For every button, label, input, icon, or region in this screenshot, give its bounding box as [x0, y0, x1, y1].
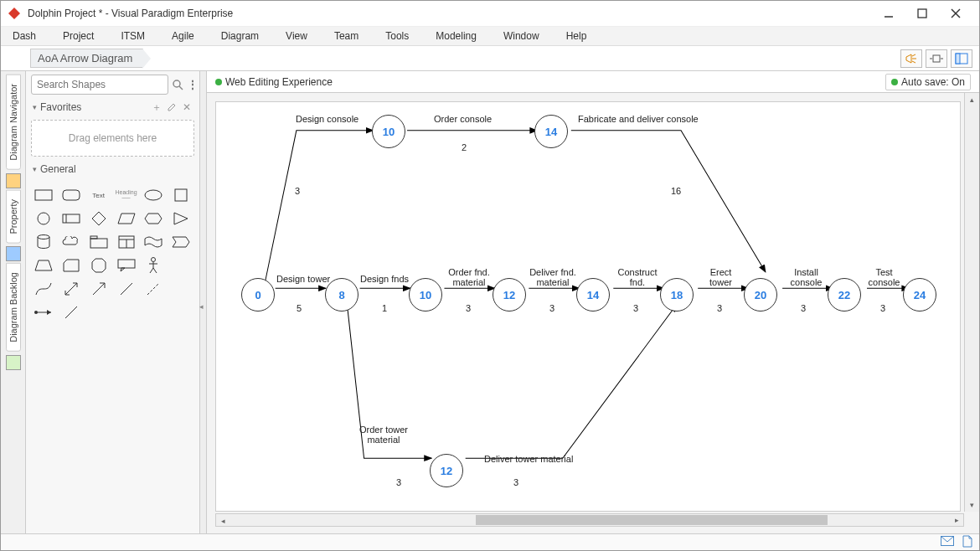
canvas-page[interactable]: 0 8 10 12 14 18 20 22 24 10 14 12 Design…: [215, 101, 961, 512]
shape-cloud-icon[interactable]: [60, 234, 82, 250]
close-favorite-icon[interactable]: ✕: [181, 101, 193, 113]
svg-marker-24: [118, 214, 135, 224]
breadcrumb[interactable]: AoA Arrow Diagram: [30, 49, 143, 68]
shape-simple-line-icon[interactable]: [60, 304, 82, 321]
shape-ellipse-icon[interactable]: [142, 187, 164, 203]
announce-icon[interactable]: [900, 49, 922, 68]
shape-tape-icon[interactable]: [142, 234, 164, 250]
svg-line-47: [147, 283, 159, 295]
side-tab-property[interactable]: Property: [6, 190, 21, 244]
shape-arrow-open-icon[interactable]: [88, 281, 110, 297]
svg-line-42: [150, 268, 153, 273]
panel-splitter[interactable]: [200, 71, 207, 533]
side-tab-diagram-backlog[interactable]: Diagram Backlog: [6, 263, 21, 352]
svg-marker-0: [8, 8, 20, 19]
scroll-up-icon[interactable]: ▴: [965, 93, 979, 106]
side-tab-icon-2[interactable]: [6, 246, 21, 261]
side-tab-icon-1[interactable]: [6, 173, 21, 188]
menu-dash[interactable]: Dash: [9, 28, 39, 44]
collapse-icon: ▾: [33, 103, 37, 111]
shape-line-icon[interactable]: [116, 281, 137, 297]
menu-view[interactable]: View: [282, 28, 311, 44]
shape-callout-icon[interactable]: [116, 257, 137, 274]
window-close-button[interactable]: [939, 2, 972, 25]
favorites-drop-area[interactable]: Drag elements here: [31, 120, 194, 157]
shape-bidir-arrow-icon[interactable]: [60, 281, 82, 297]
shape-trapezoid-icon[interactable]: [33, 257, 54, 274]
switch-view-icon[interactable]: [951, 49, 972, 68]
mail-icon[interactable]: [941, 536, 954, 548]
shape-package-icon[interactable]: [88, 234, 110, 250]
edit-favorite-icon[interactable]: [166, 101, 178, 113]
node-12-mid[interactable]: 12: [493, 278, 526, 312]
shape-heading-icon[interactable]: Heading──: [116, 187, 137, 203]
window-minimize-button[interactable]: [872, 2, 905, 25]
breadcrumb-current[interactable]: AoA Arrow Diagram: [30, 49, 143, 68]
scroll-right-icon[interactable]: ▸: [950, 514, 963, 526]
svg-point-14: [173, 80, 180, 87]
menu-diagram[interactable]: Diagram: [218, 28, 262, 44]
shape-actor-icon[interactable]: [142, 257, 164, 274]
svg-line-46: [121, 283, 132, 295]
node-10-mid[interactable]: 10: [409, 278, 442, 312]
shape-label-icon[interactable]: [60, 210, 82, 227]
shape-text-icon[interactable]: Text: [88, 187, 110, 203]
shape-table-icon[interactable]: [116, 234, 137, 250]
shape-square-icon[interactable]: [170, 187, 192, 203]
favorites-header[interactable]: ▾ Favorites ＋ ✕: [31, 98, 194, 116]
menu-agile[interactable]: Agile: [168, 28, 198, 44]
shape-dashed-line-icon[interactable]: [142, 281, 164, 297]
shape-hexagon-icon[interactable]: [142, 210, 164, 227]
shape-rect-icon[interactable]: [33, 187, 54, 203]
canvas-viewport[interactable]: 0 8 10 12 14 18 20 22 24 10 14 12 Design…: [207, 93, 979, 533]
general-header[interactable]: ▾ General: [31, 160, 194, 178]
node-10-top[interactable]: 10: [372, 115, 405, 148]
node-22[interactable]: 22: [828, 278, 861, 312]
horizontal-scrollbar[interactable]: ◂ ▸: [215, 513, 964, 527]
shape-step-icon[interactable]: [170, 234, 192, 250]
document-icon[interactable]: [962, 535, 972, 550]
menu-project[interactable]: Project: [59, 28, 97, 44]
node-0[interactable]: 0: [241, 278, 275, 312]
drop-hint-text: Drag elements here: [69, 132, 157, 144]
shape-card-icon[interactable]: [60, 257, 82, 274]
shape-diamond-icon[interactable]: [88, 210, 110, 227]
node-18[interactable]: 18: [660, 278, 694, 312]
scroll-left-icon[interactable]: ◂: [216, 515, 230, 527]
more-icon[interactable]: ⋮: [187, 78, 199, 91]
side-tab-icon-3[interactable]: [6, 355, 21, 370]
menu-team[interactable]: Team: [331, 28, 362, 44]
shape-cylinder-icon[interactable]: [33, 234, 54, 250]
menu-window[interactable]: Window: [500, 28, 543, 44]
shape-curve-icon[interactable]: [33, 281, 54, 297]
search-shapes-input[interactable]: [31, 75, 168, 95]
auto-save-toggle[interactable]: Auto save: On: [885, 74, 971, 90]
scroll-down-icon[interactable]: ▾: [965, 498, 979, 512]
shape-triangle-icon[interactable]: [170, 210, 192, 227]
node-12-bot[interactable]: 12: [430, 454, 463, 487]
auto-save-label: Auto save: On: [901, 76, 965, 88]
shape-roundrect-icon[interactable]: [60, 187, 82, 203]
vertical-scrollbar[interactable]: ▴ ▾: [964, 93, 979, 512]
menu-modeling[interactable]: Modeling: [432, 28, 480, 44]
search-icon[interactable]: [172, 78, 183, 91]
fit-width-icon[interactable]: [926, 49, 947, 68]
scrollbar-thumb[interactable]: [476, 515, 828, 525]
node-label: 10: [420, 289, 431, 301]
node-14-mid[interactable]: 14: [576, 278, 610, 312]
node-14-top[interactable]: 14: [534, 115, 568, 148]
shape-octagon-icon[interactable]: [88, 257, 110, 274]
shape-circle-icon[interactable]: [33, 210, 54, 227]
top-strip: AoA Arrow Diagram: [1, 46, 979, 71]
menu-itsm[interactable]: ITSM: [117, 28, 148, 44]
shape-connector-icon[interactable]: [33, 304, 54, 321]
svg-rect-29: [90, 236, 97, 239]
node-20[interactable]: 20: [744, 278, 777, 312]
menu-tools[interactable]: Tools: [382, 28, 412, 44]
shape-parallelogram-icon[interactable]: [116, 210, 137, 227]
window-maximize-button[interactable]: [905, 2, 939, 25]
menu-help[interactable]: Help: [563, 28, 591, 44]
side-tab-diagram-navigator[interactable]: Diagram Navigator: [6, 75, 21, 170]
add-favorite-icon[interactable]: ＋: [151, 101, 162, 113]
node-24[interactable]: 24: [903, 278, 936, 312]
